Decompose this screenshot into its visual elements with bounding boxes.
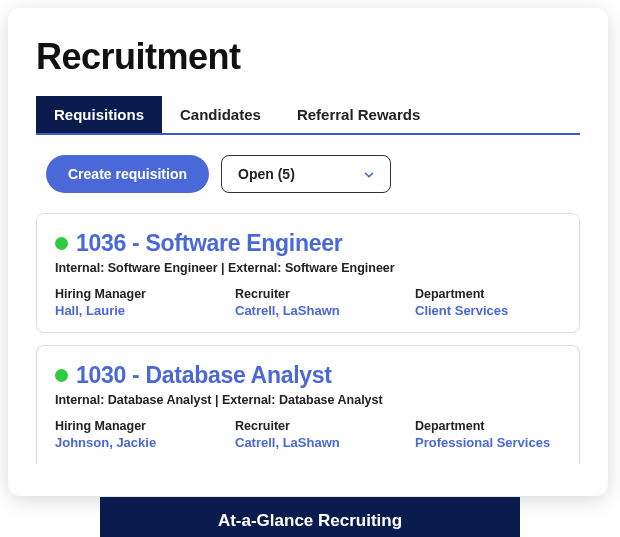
requisition-card[interactable]: 1036 - Software Engineer Internal: Softw… [36,213,580,333]
tabs: Requisitions Candidates Referral Rewards [36,96,580,135]
chevron-down-icon [362,168,374,180]
hiring-manager-col: Hiring Manager Johnson, Jackie [55,419,195,450]
status-filter-label: Open (5) [238,166,295,182]
hiring-manager-label: Hiring Manager [55,419,195,433]
recruiter-col: Recruiter Catrell, LaShawn [235,287,375,318]
requisition-title: 1036 - Software Engineer [76,230,342,257]
requisition-subtitle: Internal: Database Analyst | External: D… [55,393,561,407]
create-requisition-button[interactable]: Create requisition [46,155,209,193]
department-col: Department Professional Services [415,419,555,450]
requisition-title-row: 1036 - Software Engineer [55,230,561,257]
requisition-list: 1036 - Software Engineer Internal: Softw… [36,213,580,476]
recruiter-label: Recruiter [235,419,375,433]
hiring-manager-label: Hiring Manager [55,287,195,301]
recruiter-value[interactable]: Catrell, LaShawn [235,435,375,450]
department-value[interactable]: Client Services [415,303,555,318]
controls-row: Create requisition Open (5) [36,155,580,193]
requisition-meta: Hiring Manager Johnson, Jackie Recruiter… [55,419,561,450]
status-filter-select[interactable]: Open (5) [221,155,391,193]
requisition-subtitle: Internal: Software Engineer | External: … [55,261,561,275]
recruiter-col: Recruiter Catrell, LaShawn [235,419,375,450]
department-label: Department [415,287,555,301]
hiring-manager-value[interactable]: Johnson, Jackie [55,435,195,450]
tab-requisitions[interactable]: Requisitions [36,96,162,133]
status-dot-icon [55,237,68,250]
requisition-meta: Hiring Manager Hall, Laurie Recruiter Ca… [55,287,561,318]
department-value[interactable]: Professional Services [415,435,555,450]
tab-candidates[interactable]: Candidates [162,96,279,133]
tab-referral-rewards[interactable]: Referral Rewards [279,96,438,133]
status-dot-icon [55,369,68,382]
requisition-title-row: 1030 - Database Analyst [55,362,561,389]
recruiter-value[interactable]: Catrell, LaShawn [235,303,375,318]
footer-caption: At-a-Glance Recruiting [100,497,520,537]
requisition-card[interactable]: 1030 - Database Analyst Internal: Databa… [36,345,580,464]
requisition-title: 1030 - Database Analyst [76,362,332,389]
hiring-manager-col: Hiring Manager Hall, Laurie [55,287,195,318]
recruitment-panel: Recruitment Requisitions Candidates Refe… [8,8,608,496]
recruiter-label: Recruiter [235,287,375,301]
department-col: Department Client Services [415,287,555,318]
page-title: Recruitment [36,36,580,78]
department-label: Department [415,419,555,433]
hiring-manager-value[interactable]: Hall, Laurie [55,303,195,318]
